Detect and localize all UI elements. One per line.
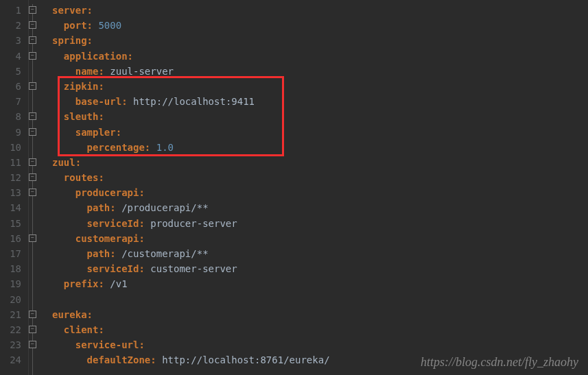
fold-toggle-icon[interactable]: −	[29, 82, 36, 90]
watermark-text: https://blog.csdn.net/fly_zhaohy	[421, 355, 578, 370]
code-token: producer-server	[150, 218, 237, 229]
code-line[interactable]: application:	[52, 49, 588, 64]
code-line[interactable]: path: /customerapi/**	[52, 246, 588, 261]
code-token: base-url	[52, 96, 121, 107]
line-number: 19	[7, 276, 21, 291]
code-token: :	[121, 96, 133, 107]
code-token: :	[145, 142, 156, 153]
code-token: producerapi	[52, 187, 139, 198]
code-line[interactable]: client:	[52, 322, 588, 337]
line-number: 24	[7, 352, 21, 367]
code-token: defaultZone	[52, 354, 150, 365]
code-token: zuul	[52, 157, 75, 168]
code-token: customerapi	[52, 233, 139, 244]
fold-toggle-icon[interactable]: −	[29, 158, 36, 166]
line-number: 7	[7, 94, 21, 109]
code-token: service-url	[52, 339, 139, 350]
code-token: :	[98, 66, 110, 77]
code-line[interactable]	[52, 292, 588, 307]
line-number: 20	[7, 292, 21, 307]
code-line[interactable]: serviceId: producer-server	[52, 216, 588, 231]
line-number: 13	[7, 185, 21, 200]
code-token: :	[87, 309, 93, 320]
line-number: 16	[7, 231, 21, 246]
code-line[interactable]: percentage: 1.0	[52, 140, 588, 155]
code-token: 1.0	[156, 142, 174, 153]
fold-toggle-icon[interactable]: −	[29, 112, 36, 120]
line-number: 17	[7, 246, 21, 261]
line-number: 2	[7, 18, 21, 33]
fold-toggle-icon[interactable]: −	[29, 234, 36, 242]
fold-toggle-icon[interactable]: −	[29, 52, 36, 60]
code-line[interactable]: sampler:	[52, 125, 588, 140]
code-area[interactable]: server: port: 5000spring: application: n…	[48, 0, 588, 375]
fold-toggle-icon[interactable]: −	[29, 173, 36, 181]
code-token: :	[98, 172, 104, 183]
line-number: 11	[7, 155, 21, 170]
code-token: name	[52, 66, 98, 77]
code-token: :	[116, 127, 121, 138]
code-token: serviceId	[52, 263, 139, 274]
fold-toggle-icon[interactable]: −	[29, 21, 36, 29]
code-token: customer-server	[150, 263, 237, 274]
line-number: 5	[7, 64, 21, 79]
code-token: :	[128, 51, 133, 62]
line-number: 4	[7, 49, 21, 64]
code-token: /customerapi/**	[121, 248, 208, 259]
fold-toggle-icon[interactable]: −	[29, 36, 36, 44]
code-token: /v1	[110, 278, 127, 289]
code-line[interactable]: spring:	[52, 33, 588, 48]
fold-column[interactable]: −−−−−−−−−−−−−−	[29, 0, 48, 375]
code-line[interactable]: routes:	[52, 170, 588, 185]
fold-toggle-icon[interactable]: −	[29, 326, 36, 333]
code-token: http://localhost:8761/eureka/	[162, 354, 329, 365]
code-line[interactable]: base-url: http://localhost:9411	[52, 94, 588, 109]
code-line[interactable]: name: zuul-server	[52, 64, 588, 79]
code-line[interactable]: eureka:	[52, 307, 588, 322]
line-number: 23	[7, 337, 21, 352]
code-token: spring	[52, 35, 87, 46]
code-token: prefix	[52, 278, 98, 289]
code-token: :	[87, 5, 93, 16]
code-token: 5000	[98, 20, 121, 31]
line-number: 6	[7, 79, 21, 94]
code-token: http://localhost:9411	[133, 96, 255, 107]
code-token: serviceId	[52, 218, 139, 229]
code-token: client	[52, 324, 98, 335]
code-line[interactable]: producerapi:	[52, 185, 588, 200]
fold-toggle-icon[interactable]: −	[29, 6, 36, 14]
line-number: 15	[7, 216, 21, 231]
code-line[interactable]: port: 5000	[52, 18, 588, 33]
fold-toggle-icon[interactable]: −	[29, 341, 36, 348]
line-number: 1	[7, 3, 21, 18]
code-token: eureka	[52, 309, 87, 320]
code-token: /producerapi/**	[121, 202, 208, 213]
fold-toggle-icon[interactable]: −	[29, 189, 36, 196]
line-number: 21	[7, 307, 21, 322]
code-line[interactable]: serviceId: customer-server	[52, 261, 588, 276]
code-token: :	[139, 233, 144, 244]
code-line[interactable]: prefix: /v1	[52, 276, 588, 291]
code-token: sleuth	[52, 111, 98, 122]
code-line[interactable]: server:	[52, 3, 588, 18]
code-line[interactable]: sleuth:	[52, 109, 588, 124]
line-number-gutter: 123456789101112131415161718192021222324	[0, 0, 29, 375]
fold-toggle-icon[interactable]: −	[29, 311, 36, 318]
code-token: path	[52, 248, 110, 259]
code-line[interactable]: zuul:	[52, 155, 588, 170]
code-line[interactable]: path: /producerapi/**	[52, 200, 588, 215]
line-number: 3	[7, 33, 21, 48]
code-line[interactable]: zipkin:	[52, 79, 588, 94]
fold-toggle-icon[interactable]: −	[29, 128, 36, 136]
code-token: percentage	[52, 142, 145, 153]
code-token: :	[139, 263, 150, 274]
code-token: server	[52, 5, 87, 16]
code-token: routes	[52, 172, 98, 183]
code-line[interactable]: customerapi:	[52, 231, 588, 246]
code-token: :	[110, 248, 121, 259]
line-number: 12	[7, 170, 21, 185]
code-token: :	[75, 157, 81, 168]
code-line[interactable]: service-url:	[52, 337, 588, 352]
code-token: sampler	[52, 127, 116, 138]
code-editor[interactable]: 123456789101112131415161718192021222324 …	[0, 0, 588, 375]
